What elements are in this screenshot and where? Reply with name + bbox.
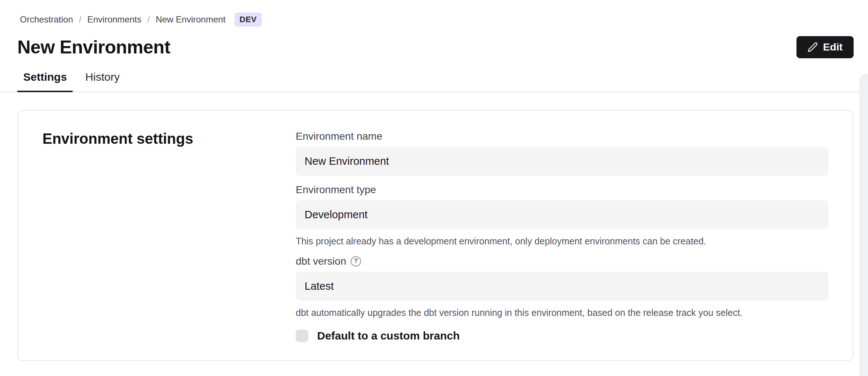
environment-settings-form: Environment name Environment type This p… bbox=[296, 130, 829, 342]
pencil-icon bbox=[808, 42, 818, 52]
scroll-gutter bbox=[859, 74, 868, 376]
edit-button-label: Edit bbox=[823, 41, 843, 53]
environment-type-label-text: Environment type bbox=[296, 184, 376, 196]
dbt-version-label-text: dbt version bbox=[296, 255, 346, 267]
page-title: New Environment bbox=[17, 36, 170, 58]
dbt-version-input[interactable] bbox=[296, 272, 829, 301]
help-circle-icon[interactable]: ? bbox=[351, 256, 361, 267]
tab-settings[interactable]: Settings bbox=[17, 71, 73, 92]
dbt-version-help-text: dbt automatically upgrades the dbt versi… bbox=[296, 307, 829, 319]
breadcrumb-item-environments[interactable]: Environments bbox=[87, 14, 142, 25]
environment-name-input[interactable] bbox=[296, 147, 829, 176]
environment-type-help-text: This project already has a development e… bbox=[296, 235, 829, 247]
environment-settings-card: Environment settings Environment name En… bbox=[17, 110, 854, 361]
breadcrumb-item-new-environment[interactable]: New Environment bbox=[156, 14, 225, 25]
breadcrumb-separator: / bbox=[147, 14, 150, 25]
custom-branch-row: Default to a custom branch bbox=[296, 330, 829, 342]
environment-dev-badge: DEV bbox=[235, 13, 262, 27]
tab-history[interactable]: History bbox=[79, 71, 125, 92]
custom-branch-label: Default to a custom branch bbox=[317, 330, 460, 342]
tab-bar: Settings History bbox=[0, 71, 868, 92]
environment-type-label: Environment type bbox=[296, 184, 829, 196]
edit-button[interactable]: Edit bbox=[796, 36, 854, 58]
environment-name-label: Environment name bbox=[296, 130, 829, 142]
breadcrumb-item-orchestration[interactable]: Orchestration bbox=[20, 14, 73, 25]
breadcrumb-separator: / bbox=[79, 14, 81, 25]
environment-name-label-text: Environment name bbox=[296, 130, 382, 142]
page-header: New Environment Edit bbox=[0, 36, 868, 58]
section-title: Environment settings bbox=[42, 130, 193, 147]
environment-type-input[interactable] bbox=[296, 200, 829, 229]
dbt-version-label: dbt version ? bbox=[296, 255, 829, 267]
custom-branch-checkbox[interactable] bbox=[296, 330, 308, 342]
breadcrumb: Orchestration / Environments / New Envir… bbox=[0, 0, 868, 27]
